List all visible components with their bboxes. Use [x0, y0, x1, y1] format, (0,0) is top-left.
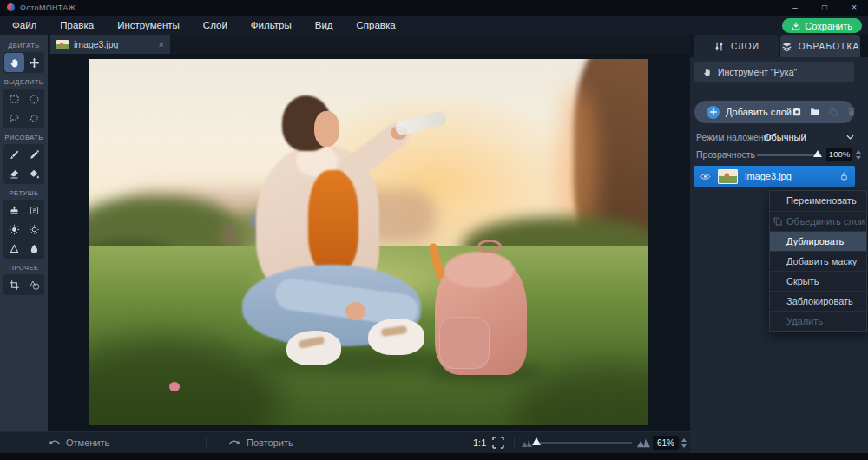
patch-tool-button[interactable] [24, 200, 44, 220]
stamp-tool-button[interactable] [4, 200, 24, 220]
menu-item-hide[interactable]: Скрыть [770, 271, 866, 291]
layer-context-menu: Переименовать Объединить слои Дублироват… [769, 190, 867, 332]
zoom-in-icon[interactable] [636, 437, 651, 448]
opacity-slider-track[interactable] [757, 154, 818, 156]
photo-woman-hand-resting [345, 302, 365, 320]
opacity-spinner[interactable] [856, 150, 861, 160]
document-tab-bar: image3.jpg × [48, 35, 690, 54]
eraser-tool-button[interactable] [4, 164, 24, 183]
actual-size-button[interactable]: 1:1 [473, 432, 486, 453]
sharpen-icon [9, 243, 20, 254]
tool-group-other [3, 274, 44, 295]
photo-sneaker-left [286, 331, 341, 365]
tab-layers[interactable]: СЛОИ [694, 35, 779, 57]
menu-item-duplicate[interactable]: Дублировать [770, 231, 866, 251]
brightness-tool-button[interactable] [4, 220, 24, 239]
menu-tools[interactable]: Инструменты [117, 20, 180, 30]
zoom-spinner[interactable] [681, 438, 687, 448]
close-button[interactable]: × [842, 0, 866, 16]
undo-icon [48, 438, 61, 448]
menu-help[interactable]: Справка [357, 20, 396, 30]
opacity-slider-thumb[interactable] [813, 150, 822, 157]
move-tool-button[interactable] [24, 53, 44, 72]
fill-tool-button[interactable] [24, 164, 44, 183]
menu-file[interactable]: Файл [12, 20, 36, 30]
rect-select-tool-button[interactable] [4, 89, 24, 108]
photo-woman-shirt [308, 170, 358, 273]
flatten-icon[interactable] [792, 107, 802, 117]
blend-mode-select[interactable]: Обычный [764, 130, 806, 144]
tab-processing-label: ОБРАБОТКА [799, 42, 860, 51]
ellipse-select-tool-button[interactable] [24, 89, 44, 108]
tool-group-draw [3, 144, 44, 184]
sharpen-tool-button[interactable] [4, 239, 24, 258]
status-bar: Отменить Повторить 1:1 61% [0, 431, 690, 453]
layer-item-selected[interactable]: image3.jpg [694, 166, 855, 187]
tool-group-move [3, 52, 44, 73]
trash-icon[interactable] [846, 107, 857, 117]
photo-backpack-handle [477, 240, 502, 253]
brightness-icon [9, 224, 20, 235]
blend-mode-row: Режим наложения: Обычный [696, 130, 861, 144]
eye-icon[interactable] [700, 171, 711, 182]
fit-to-screen-button[interactable] [491, 436, 505, 450]
ellipse-select-icon [29, 94, 40, 105]
menu-layer[interactable]: Слой [203, 20, 227, 30]
add-layer-button[interactable]: Добавить слой [726, 107, 792, 117]
save-icon [792, 22, 800, 30]
menu-item-delete[interactable]: Удалить [770, 311, 866, 331]
layer-thumbnail [718, 169, 738, 184]
redo-icon [228, 438, 241, 448]
document-tab[interactable]: image3.jpg × [50, 35, 170, 54]
canvas-image[interactable] [89, 59, 648, 425]
duplicate-layer-icon[interactable] [828, 107, 838, 117]
brush-tool-button[interactable] [4, 145, 24, 164]
section-label-draw: РИСОВАТЬ [0, 134, 48, 141]
title-bar: ФотоМОНТАЖ – □ × [0, 0, 868, 16]
contrast-tool-button[interactable] [24, 220, 44, 239]
blur-icon [29, 243, 40, 254]
tool-group-retouch [3, 200, 44, 259]
app-logo-icon [7, 3, 15, 11]
save-button[interactable]: Сохранить [782, 18, 862, 33]
menu-view[interactable]: Вид [315, 20, 333, 30]
plus-icon [707, 106, 720, 119]
zoom-slider-track[interactable] [539, 442, 632, 444]
pencil-icon [29, 149, 40, 161]
fit-screen-icon [491, 436, 505, 450]
blur-tool-button[interactable] [24, 239, 44, 258]
opacity-label: Прозрачность [696, 148, 755, 161]
shapes-tool-button[interactable] [24, 275, 44, 294]
tab-processing[interactable]: ОБРАБОТКА [780, 35, 860, 57]
photo-backpack-pocket [439, 317, 490, 369]
chevron-down-icon[interactable] [846, 135, 854, 140]
menu-item-lock[interactable]: Заблокировать [770, 291, 866, 311]
redo-button[interactable]: Повторить [228, 432, 293, 453]
photo-woman-face [314, 111, 339, 147]
undo-label: Отменить [66, 437, 109, 448]
section-label-other: ПРОЧЕЕ [0, 264, 48, 272]
menu-item-rename[interactable]: Переименовать [770, 191, 866, 211]
crop-tool-button[interactable] [4, 275, 24, 294]
unlock-icon[interactable] [839, 171, 849, 181]
layer-actions-bar: Добавить слой [694, 101, 854, 123]
tab-close-icon[interactable]: × [159, 39, 164, 49]
minimize-button[interactable]: – [783, 0, 807, 16]
zoom-out-icon[interactable] [521, 439, 533, 447]
zoom-percent-value[interactable]: 61% [653, 436, 679, 450]
lasso-tool-button[interactable] [4, 108, 24, 128]
polygon-select-tool-button[interactable] [24, 108, 44, 128]
menu-item-add-mask[interactable]: Добавить маску [770, 251, 866, 271]
tab-filename: image3.jpg [74, 39, 118, 49]
folder-icon[interactable] [810, 107, 820, 117]
pencil-tool-button[interactable] [24, 145, 44, 164]
menu-edit[interactable]: Правка [60, 20, 94, 30]
menu-item-merge-layers[interactable]: Объединить слои [770, 211, 866, 231]
zoom-slider-thumb[interactable] [532, 437, 541, 445]
opacity-value[interactable]: 100% [826, 148, 852, 161]
maximize-button[interactable]: □ [812, 0, 837, 16]
menu-filters[interactable]: Фильтры [251, 20, 292, 30]
hand-tool-button[interactable] [4, 53, 24, 72]
menu-bar: Файл Правка Инструменты Слой Фильтры Вид… [0, 16, 868, 35]
undo-button[interactable]: Отменить [48, 432, 109, 453]
